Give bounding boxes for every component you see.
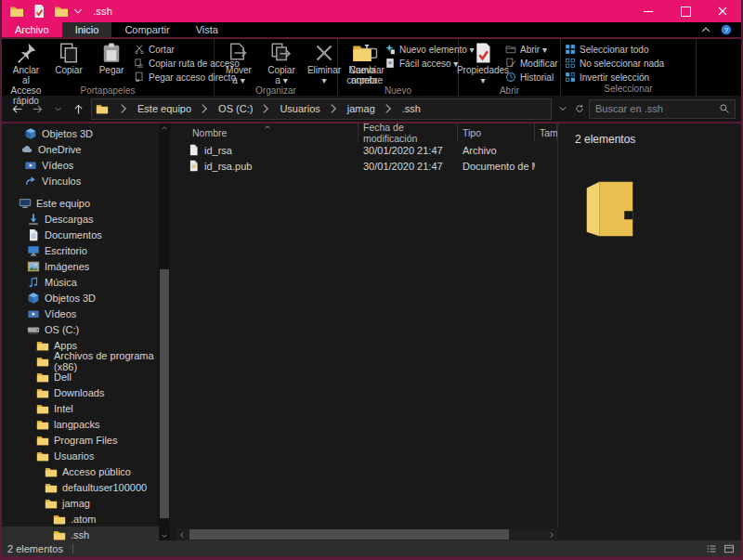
thumbnail-view-button[interactable]: [722, 542, 736, 555]
folder-icon: [36, 339, 49, 352]
search-icon: [719, 103, 730, 114]
folder-icon: [36, 371, 49, 384]
search-input[interactable]: Buscar en .ssh: [589, 99, 736, 119]
video-icon: [24, 159, 37, 172]
invert-selection-label: Invertir selección: [580, 72, 649, 83]
title-bar[interactable]: .ssh: [2, 0, 741, 22]
invert-selection-button[interactable]: Invertir selección: [565, 71, 664, 84]
copy-to-label: Copiar a ▾: [267, 65, 294, 85]
sidebar-item-objetos-3d[interactable]: Objetos 3D: [2, 125, 159, 141]
sidebar-item-downloads[interactable]: Downloads: [2, 384, 159, 400]
close-button[interactable]: [704, 0, 741, 22]
address-dropdown-button[interactable]: [555, 99, 570, 119]
sidebar-item-descargas[interactable]: Descargas: [2, 211, 159, 227]
breadcrumb-item-ssh[interactable]: .ssh: [399, 103, 424, 114]
new-item-icon: [385, 44, 396, 55]
sidebar-item-objetos-3d[interactable]: Objetos 3D: [2, 290, 159, 306]
breadcrumb-item-este-equipo[interactable]: Este equipo: [135, 103, 194, 114]
qat-folder-button[interactable]: [54, 4, 69, 19]
sidebar-item-este-equipo[interactable]: Este equipo: [2, 195, 159, 211]
sidebar-item-intel[interactable]: Intel: [2, 400, 159, 416]
history-button[interactable]: Historial: [505, 71, 558, 84]
column-header-tipo[interactable]: Tipo: [458, 124, 535, 142]
preview-pane: 2 elementos: [558, 124, 741, 540]
sidebar-scrollbar[interactable]: [159, 124, 170, 540]
select-none-button[interactable]: No seleccionar nada: [565, 57, 664, 70]
edit-button[interactable]: Modificar: [505, 57, 558, 70]
back-button[interactable]: [7, 99, 26, 118]
breadcrumb-item-os-c[interactable]: OS (C:): [215, 103, 255, 114]
minimize-button[interactable]: [630, 0, 667, 22]
cube-3d-icon: [27, 292, 40, 305]
maximize-button[interactable]: [667, 0, 704, 22]
recent-locations-chevron[interactable]: [48, 99, 67, 118]
sidebar-item-imagenes[interactable]: Imágenes: [2, 258, 159, 274]
sidebar-item-escritorio[interactable]: Escritorio: [2, 242, 159, 258]
file-row-id-rsa-pub[interactable]: id_rsa.pub30/01/2020 21:47Documento de M…: [176, 158, 557, 174]
group-label-nuevo: Nuevo: [338, 85, 458, 96]
sidebar-item-videos[interactable]: Vídeos: [2, 306, 159, 321]
sidebar-item-musica[interactable]: Música: [2, 274, 159, 290]
breadcrumb-item-usuarios[interactable]: Usuarios: [277, 103, 322, 114]
sidebar-item-jamag[interactable]: jamag: [2, 495, 159, 511]
file-row-id-rsa[interactable]: id_rsa30/01/2020 21:47Archivo: [176, 142, 557, 158]
sidebar-item-atom[interactable]: .atom: [2, 511, 159, 527]
breadcrumb-chevron-icon: [117, 102, 130, 115]
sidebar-item-os-c[interactable]: OS (C:): [2, 321, 159, 337]
column-header-nombre[interactable]: Nombre: [176, 124, 358, 142]
horizontal-scrollbar-thumb[interactable]: [189, 529, 509, 540]
tab-compartir[interactable]: Compartir: [111, 22, 182, 37]
sidebar-item-label: Imágenes: [45, 261, 89, 272]
horizontal-scrollbar[interactable]: [176, 528, 557, 540]
refresh-button[interactable]: [572, 99, 587, 119]
copy-button[interactable]: Copiar: [48, 41, 89, 76]
sidebar-item-acceso-publico[interactable]: Acceso público: [2, 463, 159, 479]
scroll-left-icon[interactable]: [176, 528, 188, 540]
scroll-down-icon[interactable]: [159, 531, 170, 540]
history-label: Historial: [520, 72, 554, 83]
sidebar-item-videos[interactable]: Vídeos: [2, 157, 159, 173]
window-controls: [630, 0, 741, 22]
paste-button[interactable]: Pegar: [91, 41, 132, 76]
copy-to-button[interactable]: Copiar a ▾: [261, 41, 302, 86]
scroll-up-icon[interactable]: [159, 124, 170, 133]
sidebar-item-vinculos[interactable]: Vínculos: [2, 173, 159, 189]
details-view-button[interactable]: [704, 542, 719, 555]
properties-button[interactable]: Propiedades ▾: [463, 41, 503, 86]
forward-button[interactable]: [28, 99, 46, 118]
pin-to-quick-access-button[interactable]: Anclar al Acceso rápido: [6, 41, 46, 107]
sidebar-item-program-files[interactable]: Program Files: [2, 432, 159, 448]
move-to-label: Mover a ▾: [226, 65, 252, 85]
status-items-count: 2 elementos: [7, 543, 63, 554]
sidebar-item-label: .atom: [71, 514, 97, 525]
sidebar-item-ssh[interactable]: .ssh: [2, 527, 159, 540]
open-button[interactable]: Abrir ▾: [505, 43, 558, 56]
sort-ascending-icon: [264, 124, 271, 130]
tab-vista[interactable]: Vista: [183, 22, 231, 37]
sidebar-item-langpacks[interactable]: langpacks: [2, 416, 159, 432]
sidebar-item-defaultuser100000[interactable]: defaultuser100000: [2, 479, 159, 495]
sidebar-scrollbar-thumb[interactable]: [160, 269, 169, 518]
collapse-ribbon-icon[interactable]: [700, 24, 711, 35]
sidebar-item-documentos[interactable]: Documentos: [2, 227, 159, 242]
scroll-right-icon[interactable]: [546, 528, 557, 540]
column-header-fecha-de-modificacion[interactable]: Fecha de modificación: [358, 124, 458, 142]
new-folder-button[interactable]: Nueva carpeta: [342, 41, 383, 86]
help-icon[interactable]: ?: [721, 24, 732, 35]
download-icon: [27, 213, 40, 226]
qat-customize-chevron-icon[interactable]: [72, 6, 84, 17]
paste-shortcut-icon: [134, 72, 145, 83]
address-field[interactable]: Este equipoOS (C:)Usuariosjamag.ssh: [91, 98, 552, 120]
select-all-button[interactable]: Seleccionar todo: [565, 43, 664, 56]
explorer-window: .ssh ArchivoInicioCompartirVista? Anclar…: [0, 0, 743, 560]
qat-properties-button[interactable]: [32, 4, 46, 19]
column-header-tam[interactable]: Tam: [535, 124, 557, 142]
tab-inicio[interactable]: Inicio: [62, 22, 112, 37]
sidebar-item-usuarios[interactable]: Usuarios: [2, 448, 159, 463]
move-to-button[interactable]: Mover a ▾: [218, 41, 259, 86]
sidebar-item-onedrive[interactable]: OneDrive: [2, 141, 159, 157]
up-button[interactable]: [69, 99, 87, 118]
tab-archivo[interactable]: Archivo: [2, 22, 62, 37]
breadcrumb-item-jamag[interactable]: jamag: [345, 103, 378, 114]
sidebar-item-archivos-de-programa-x86[interactable]: Archivos de programa (x86): [2, 353, 159, 369]
